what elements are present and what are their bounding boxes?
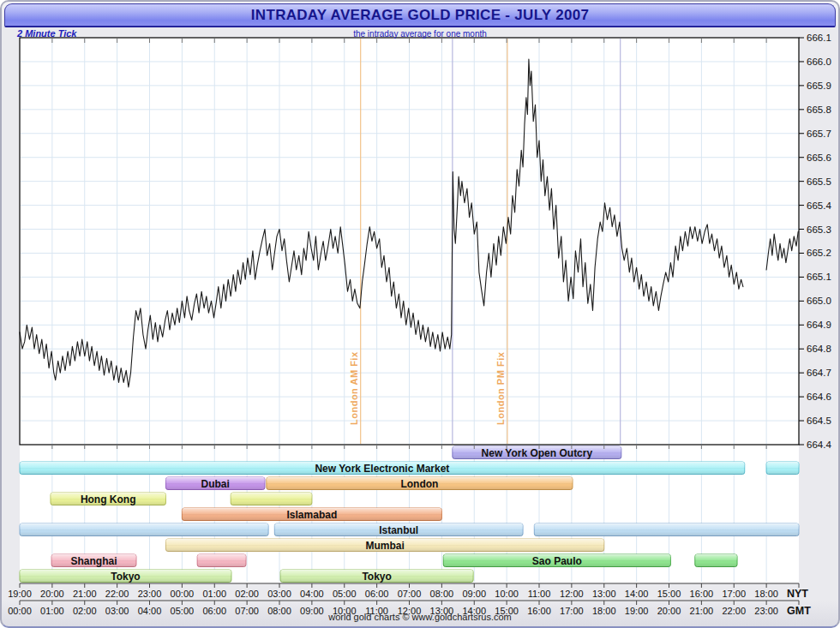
session-label-istanbul: Istanbul [379,524,418,536]
nyt-tick-label: 06:00 [365,589,389,599]
london-pm-fix-label: London PM Fix [495,351,506,425]
y-axis-label: 664.8 [807,344,831,354]
session-label-new-york-open-outcry: New York Open Outcry [482,447,593,459]
nyt-tick-label: 17:00 [722,589,746,599]
nyt-tick-label: 18:00 [754,589,778,599]
session-label-london: London [400,478,438,490]
nyt-tick-label: 13:00 [592,589,616,599]
y-axis-label: 664.4 [807,440,831,450]
session-label-islamabad: Islamabad [287,509,338,521]
session-label-sao-paulo: Sao Paulo [532,555,582,567]
session-label-dubai: Dubai [201,478,230,490]
nyt-tick-label: 11:00 [528,589,551,599]
london-am-fix-label: London AM Fix [349,351,359,425]
nyt-tick-label: 01:00 [202,589,226,599]
nyt-tick-label: 22:00 [105,589,129,599]
app-window: INTRADAY AVERAGE GOLD PRICE - JULY 2007 … [0,0,840,628]
nyt-tick-label: 14:00 [625,589,649,599]
y-axis-label: 664.9 [807,320,831,330]
nyt-tick-label: 08:00 [430,589,454,599]
y-axis-label: 666.0 [807,57,831,67]
nyt-tick-label: 23:00 [138,589,162,599]
nyt-tick-label: 03:00 [267,589,291,599]
y-axis-label: 664.7 [807,368,831,378]
nyt-tick-label: 00:00 [171,589,195,599]
session-bar-bevel [20,523,268,536]
y-axis-label: 665.1 [807,272,831,282]
y-axis-label: 665.9 [807,81,831,91]
nyt-tick-label: 05:00 [333,589,357,599]
session-bar-bevel [534,523,799,536]
nyt-tick-label: 07:00 [398,589,422,599]
session-bar-bevel [766,462,799,475]
session-bar-bevel [231,493,312,505]
nyt-tick-label: 19:00 [8,589,32,599]
y-axis-label: 665.4 [807,200,831,211]
gold-price-chart: London AM FixLondon PM FixNew York Open … [2,2,840,628]
nyt-axis-name: NYT [787,588,808,600]
nyt-tick-label: 12:00 [560,589,584,599]
y-axis-label: 665.8 [807,105,831,115]
footer-credit: world gold charts © www.goldchartsrus.co… [2,612,838,622]
nyt-tick-label: 21:00 [73,589,97,599]
y-axis-label: 664.6 [807,392,831,402]
session-label-tokyo: Tokyo [111,571,140,583]
session-label-hong-kong: Hong Kong [81,493,136,505]
y-axis-label: 665.0 [807,296,831,306]
session-bar-bevel [197,554,246,567]
y-axis-label: 665.7 [807,129,831,139]
y-axis-label: 665.3 [807,224,831,235]
nyt-tick-label: 20:00 [40,589,64,599]
nyt-tick-label: 02:00 [235,589,259,599]
session-label-mumbai: Mumbai [365,540,404,552]
nyt-tick-label: 04:00 [300,589,324,599]
y-axis-label: 665.5 [807,176,831,187]
session-label-tokyo: Tokyo [362,571,391,583]
session-bar-bevel [695,554,737,567]
y-axis-label: 664.5 [807,416,831,426]
y-axis-label: 665.6 [807,153,831,163]
nyt-tick-label: 10:00 [495,589,519,599]
nyt-tick-label: 16:00 [690,589,714,599]
session-label-shanghai: Shanghai [71,555,117,567]
y-axis-label: 665.2 [807,248,831,258]
nyt-tick-label: 09:00 [462,589,486,599]
session-label-new-york-electronic-market: New York Electronic Market [315,463,449,475]
chart-subtitle: the intraday average for one month [2,29,838,39]
nyt-tick-label: 15:00 [657,589,681,599]
